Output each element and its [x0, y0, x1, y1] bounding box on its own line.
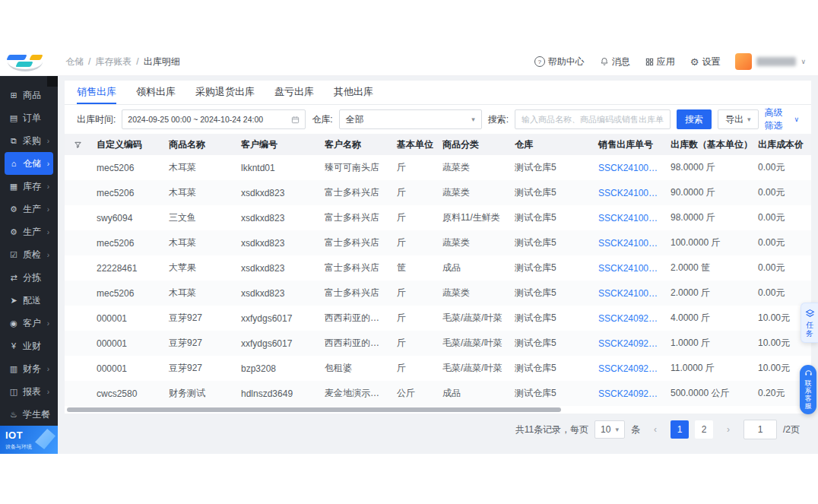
table-row[interactable]: cwcs2580财务测试hdlnszd3649麦金地演示客户公斤成品测试仓库5S…	[65, 381, 811, 406]
order-number-link[interactable]: SSCK24092700011	[589, 363, 661, 374]
tab-盘亏出库[interactable]: 盘亏出库	[274, 81, 314, 104]
order-number-link[interactable]: SSCK24092700004	[589, 313, 661, 324]
chevron-right-icon: ›	[47, 388, 49, 396]
breadcrumb-separator: /	[136, 56, 138, 67]
sidebar-item-customer[interactable]: ◉客户›	[5, 312, 53, 334]
breadcrumb: 仓储 / 库存账表 / 出库明细	[65, 55, 180, 68]
sidebar-item-report[interactable]: ◫报表›	[5, 380, 53, 403]
table-row[interactable]: mec5206木耳菜lkkntd01臻可可南头店斤蔬菜类测试仓库5SSCK241…	[65, 155, 811, 180]
cell-code: 22228461	[87, 263, 160, 274]
table-header: 自定义编码商品名称客户编号客户名称基本单位商品分类仓库销售出库单号出库数（基本单…	[65, 134, 811, 155]
export-button[interactable]: 导出 ▾	[718, 109, 759, 129]
table-row[interactable]: 000001豆芽927bzp3208包租婆斤毛菜/蔬菜/叶菜测试仓库5SSCK2…	[65, 356, 811, 381]
help-label: 帮助中心	[548, 55, 585, 68]
table-row[interactable]: 22228461大苹果xsdkxd823富士多科兴店筐成品测试仓库5SSCK24…	[65, 255, 811, 281]
order-number-link[interactable]: SSCK24092700004	[589, 338, 661, 349]
table-row[interactable]: 000001豆芽927xxfydgs6017西西莉亚的公司斤毛菜/蔬菜/叶菜测试…	[65, 331, 811, 356]
advanced-filter-link[interactable]: 高级筛选 ∨	[765, 106, 799, 132]
page-button-2[interactable]: 2	[695, 420, 713, 439]
sidebar-item-production2[interactable]: ⚙生产›	[5, 220, 53, 243]
table-row[interactable]: swy6094三文鱼xsdkxd823富士多科兴店斤原料11/生鲜类测试仓库5S…	[65, 205, 811, 230]
date-range-input[interactable]: 2024-09-25 00:00 ~ 2024-10-24 24:00	[122, 109, 306, 129]
messages-button[interactable]: 消息	[600, 55, 630, 68]
app-logo[interactable]	[0, 48, 58, 76]
table-row[interactable]: 000001豆芽927xxfydgs6017西西莉亚的公司斤毛菜/蔬菜/叶菜测试…	[65, 306, 811, 331]
order-number-link[interactable]: SSCK24100900017	[589, 238, 661, 249]
settings-button[interactable]: ⚙ 设置	[690, 55, 721, 68]
cell-code: cwcs2580	[87, 388, 160, 399]
breadcrumb-item-inventory-report[interactable]: 库存账表	[95, 55, 132, 68]
prev-page-button[interactable]: ‹	[646, 420, 664, 439]
cell-name: 木耳菜	[160, 161, 232, 174]
sidebar-item-inventory[interactable]: ▦库存›	[5, 175, 53, 198]
column-header[interactable]: 客户编号	[232, 138, 315, 151]
sidebar-item-goods[interactable]: ⊞商品	[5, 84, 53, 106]
sidebar-item-qc[interactable]: ☑质检›	[5, 243, 53, 266]
horizontal-scrollbar[interactable]	[67, 407, 561, 412]
tab-销售出库[interactable]: 销售出库	[77, 81, 116, 104]
task-float-button[interactable]: 任务	[801, 303, 818, 343]
apps-button[interactable]: 应用	[645, 55, 675, 68]
cell-category: 蔬菜类	[433, 186, 506, 199]
table-row[interactable]: mec5206木耳菜xsdkxd823富士多科兴店斤蔬菜类测试仓库5SSCK24…	[65, 180, 811, 205]
column-header[interactable]: 商品分类	[433, 138, 506, 151]
column-header[interactable]: 出库数（基本单位）	[661, 138, 749, 151]
grid-icon	[645, 58, 654, 66]
tab-领料出库[interactable]: 领料出库	[136, 81, 176, 104]
sidebar-item-label: 库存	[23, 180, 41, 193]
column-header[interactable]: 商品名称	[160, 138, 232, 151]
cell-customer: 富士多科兴店	[315, 236, 388, 249]
order-number-link[interactable]: SSCK24100900015	[589, 263, 661, 274]
sidebar-item-bizfinance[interactable]: ¥业财	[5, 334, 53, 357]
warehouse-select-value: 全部	[346, 113, 364, 126]
page-jump-input[interactable]	[743, 420, 777, 439]
table-row[interactable]: mec5206木耳菜xsdkxd823富士多科兴店斤蔬菜类测试仓库5SSCK24…	[65, 281, 811, 306]
sidebar-item-purchase[interactable]: ⧉采购›	[5, 129, 53, 152]
breadcrumb-item-outbound-detail: 出库明细	[144, 55, 180, 68]
table-body: mec5206木耳菜lkkntd01臻可可南头店斤蔬菜类测试仓库5SSCK241…	[65, 155, 811, 406]
order-number-link[interactable]: SSCK24092500004	[589, 388, 661, 399]
sidebar-item-warehouse[interactable]: ⌂仓储›	[5, 152, 53, 175]
order-number-link[interactable]: SSCK24100900017	[589, 213, 661, 223]
order-number-link[interactable]: SSCK24100900021	[589, 163, 661, 173]
search-input[interactable]	[515, 109, 671, 129]
sidebar-item-meal[interactable]: ♨学生餐	[5, 403, 53, 426]
breadcrumb-item-warehouse[interactable]: 仓储	[65, 55, 84, 68]
customer-service-button[interactable]: 联系客服	[800, 365, 816, 414]
help-center-button[interactable]: ? 帮助中心	[534, 55, 585, 68]
qc-icon: ☑	[8, 250, 19, 260]
cell-code: swy6094	[87, 213, 160, 223]
column-filter-cell[interactable]	[65, 141, 87, 149]
column-header[interactable]: 基本单位	[388, 138, 433, 151]
cell-code: mec5206	[87, 163, 160, 173]
horizontal-scrollbar-track[interactable]	[65, 407, 811, 413]
next-page-button[interactable]: ›	[719, 420, 737, 439]
user-menu[interactable]: ∨	[735, 53, 806, 70]
column-header[interactable]: 出库成本价	[749, 138, 807, 151]
column-header[interactable]: 仓库	[506, 138, 589, 151]
table-row[interactable]: mec5206木耳菜xsdkxd823富士多科兴店斤蔬菜类测试仓库5SSCK24…	[65, 230, 811, 255]
sidebar-item-delivery[interactable]: ➤配送	[5, 289, 53, 312]
search-filter-label: 搜索:	[488, 113, 509, 126]
sidebar-item-production[interactable]: ⚙生产›	[5, 198, 53, 220]
column-header[interactable]: 销售出库单号	[589, 138, 661, 151]
warehouse-select[interactable]: 全部 ▾	[339, 109, 482, 129]
column-header[interactable]: 客户名称	[315, 138, 388, 151]
column-header[interactable]: 自定义编码	[87, 138, 160, 151]
cell-warehouse: 测试仓库5	[506, 387, 589, 400]
order-number-link[interactable]: SSCK24100900015	[589, 288, 661, 299]
sidebar-item-sorting[interactable]: ⇄分拣	[5, 266, 53, 289]
order-number-link[interactable]: SSCK24100900020	[589, 188, 661, 198]
search-button[interactable]: 搜索	[677, 109, 712, 129]
sidebar-item-orders[interactable]: ▤订单	[5, 106, 53, 129]
iot-logo[interactable]: IOT 设备与环境	[0, 426, 58, 454]
page-button-1[interactable]: 1	[671, 420, 689, 439]
page-size-select[interactable]: 10 ▾	[594, 420, 625, 439]
tab-其他出库[interactable]: 其他出库	[334, 81, 373, 104]
tab-采购退货出库[interactable]: 采购退货出库	[195, 81, 255, 104]
sidebar-item-label: 分拣	[23, 271, 41, 284]
page-size-value: 10	[601, 424, 610, 435]
filter-icon[interactable]	[74, 141, 82, 149]
gear-icon: ⚙	[690, 57, 699, 67]
sidebar-item-finance[interactable]: ▥财务›	[5, 357, 53, 380]
